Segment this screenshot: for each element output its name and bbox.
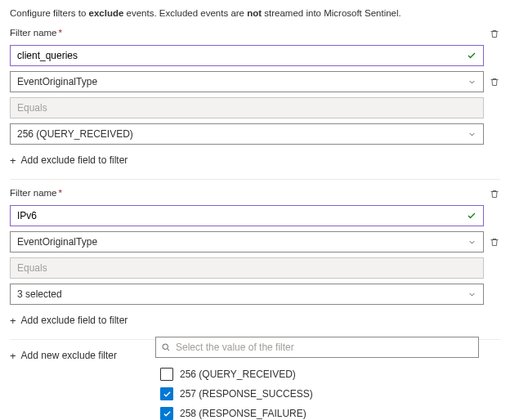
operator-value: Equals <box>17 262 47 274</box>
add-field-label: Add exclude field to filter <box>21 315 128 326</box>
dropdown-search[interactable] <box>155 337 479 358</box>
desc-bold: not <box>247 8 262 18</box>
add-filter-label: Add new exclude filter <box>21 350 117 361</box>
checkbox[interactable] <box>160 368 173 381</box>
search-icon <box>161 342 171 352</box>
value-select-display: 3 selected <box>17 288 62 300</box>
delete-filter-button[interactable] <box>489 29 500 39</box>
add-field-label: Add exclude field to filter <box>21 154 128 166</box>
filter-name-label: Filter name* <box>10 188 484 198</box>
plus-icon: + <box>10 351 16 361</box>
value-select[interactable]: 3 selected <box>10 284 484 305</box>
value-dropdown-panel: 256 (QUERY_RECEIVED)257 (RESPONSE_SUCCES… <box>155 337 479 420</box>
plus-icon: + <box>10 315 16 326</box>
add-exclude-field-button[interactable]: + Add exclude field to filter <box>10 150 500 174</box>
field-select-value: EventOriginalType <box>17 236 97 248</box>
filter-name-input[interactable] <box>10 45 484 66</box>
filter-name-field[interactable] <box>17 50 467 61</box>
checkbox[interactable] <box>160 407 173 420</box>
trash-icon <box>490 237 499 248</box>
required-asterisk: * <box>59 188 62 198</box>
delete-field-button[interactable] <box>489 237 500 248</box>
dropdown-option[interactable]: 257 (RESPONSE_SUCCESS) <box>155 384 479 404</box>
delete-field-button[interactable] <box>489 77 500 87</box>
add-exclude-field-button[interactable]: + Add exclude field to filter <box>10 310 500 334</box>
dropdown-search-input[interactable] <box>174 341 473 354</box>
chevron-down-icon <box>468 290 476 299</box>
value-select-display: 256 (QUERY_RECEIVED) <box>17 128 133 140</box>
desc-bold: exclude <box>89 8 124 18</box>
operator-display: Equals <box>10 97 484 118</box>
checkmark-icon <box>163 409 172 418</box>
filter-block: Filter name* EventOriginalType Equals <box>10 28 500 174</box>
chevron-down-icon <box>468 130 476 139</box>
value-select[interactable]: 256 (QUERY_RECEIVED) <box>10 123 484 145</box>
field-select-value: EventOriginalType <box>17 76 97 87</box>
dropdown-option-label: 257 (RESPONSE_SUCCESS) <box>180 388 313 400</box>
chevron-down-icon <box>468 238 476 247</box>
label-text: Filter name <box>10 28 57 38</box>
dropdown-option[interactable]: 258 (RESPONSE_FAILURE) <box>155 404 479 420</box>
delete-filter-button[interactable] <box>489 189 500 199</box>
description: Configure filters to exclude events. Exc… <box>10 8 500 18</box>
checkbox[interactable] <box>160 387 173 400</box>
plus-icon: + <box>10 155 16 166</box>
filter-name-label: Filter name* <box>10 28 484 38</box>
filter-name-field[interactable] <box>17 210 467 221</box>
field-select[interactable]: EventOriginalType <box>10 71 484 92</box>
filter-block: Filter name* EventOriginalType Equals <box>10 188 500 334</box>
dropdown-option[interactable]: 256 (QUERY_RECEIVED) <box>155 364 479 384</box>
svg-line-1 <box>168 349 169 351</box>
label-text: Filter name <box>10 188 57 198</box>
dropdown-option-label: 258 (RESPONSE_FAILURE) <box>180 408 306 419</box>
trash-icon <box>490 189 499 199</box>
desc-text: events. Excluded events are <box>123 8 247 18</box>
svg-point-0 <box>163 344 168 350</box>
operator-value: Equals <box>17 102 47 114</box>
field-select[interactable]: EventOriginalType <box>10 231 484 252</box>
trash-icon <box>490 77 499 87</box>
checkmark-icon <box>163 390 172 399</box>
valid-icon <box>467 51 476 60</box>
desc-text: streamed into Microsoft Sentinel. <box>262 8 401 18</box>
filter-name-input[interactable] <box>10 205 484 226</box>
dropdown-option-label: 256 (QUERY_RECEIVED) <box>180 369 296 380</box>
chevron-down-icon <box>468 78 476 87</box>
trash-icon <box>490 29 499 39</box>
valid-icon <box>467 211 476 221</box>
desc-text: Configure filters to <box>10 8 89 18</box>
required-asterisk: * <box>59 28 62 38</box>
divider <box>10 179 500 180</box>
operator-display: Equals <box>10 257 484 279</box>
